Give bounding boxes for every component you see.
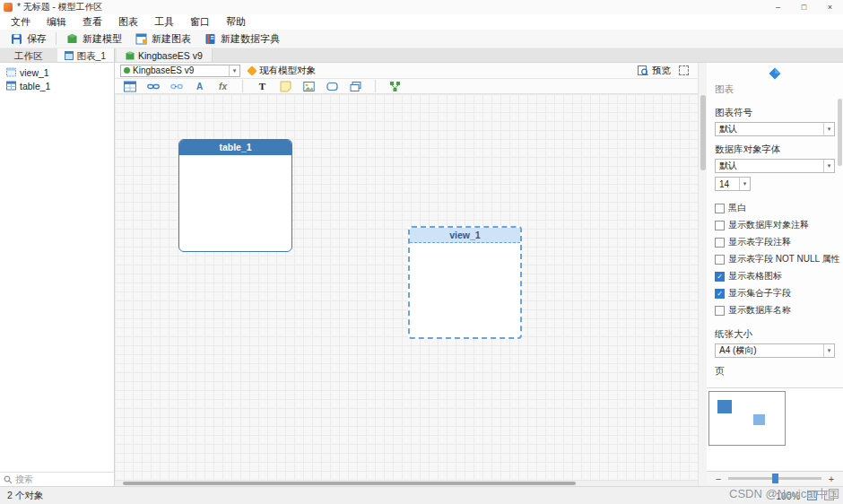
diagram-canvas[interactable]: table_1 view_1	[115, 94, 698, 480]
minimize-button[interactable]: –	[765, 0, 791, 14]
zoom-in-button[interactable]: +	[825, 473, 838, 485]
font-select[interactable]: 默认 ▾	[715, 159, 835, 173]
font-label: 数据库对象字体	[715, 143, 835, 156]
panel-scrollbar-thumb[interactable]	[838, 99, 842, 166]
layer-tool-icon[interactable]	[349, 80, 362, 93]
new-virtual-relation-tool-icon[interactable]	[169, 80, 183, 93]
status-bar: 2 个对象 100%	[0, 486, 843, 504]
marquee-select-icon[interactable]	[679, 65, 689, 75]
field-tool-icon[interactable]: A	[193, 80, 206, 93]
tree-item-view-1[interactable]: view_1	[0, 65, 114, 79]
paper-size-select[interactable]: A4 (横向) ▾	[715, 343, 835, 358]
minimap-table-1	[717, 400, 732, 413]
search-icon	[4, 475, 13, 484]
menu-edit[interactable]: 编辑	[39, 14, 74, 30]
checkbox-show-not-null[interactable]: 显示表字段 NOT NULL 属性	[715, 253, 835, 265]
chevron-down-icon: ▾	[229, 65, 239, 76]
image-tool-icon[interactable]	[302, 80, 316, 93]
preview-button[interactable]: 预览	[638, 65, 671, 77]
symbol-select-value: 默认	[719, 123, 737, 135]
page-label: 页	[715, 365, 835, 378]
diagram-properties-icon	[769, 67, 781, 82]
paper-size-label: 纸张大小	[715, 328, 835, 341]
close-button[interactable]: ×	[817, 0, 843, 14]
tab-kingbase-document[interactable]: KingbaseES v9	[117, 48, 213, 62]
existing-model-objects-label: 现有模型对象	[259, 65, 316, 77]
tree-item-table-1[interactable]: table_1	[0, 79, 114, 92]
checkbox-show-table-icons[interactable]: ✓ 显示表格图标	[715, 270, 835, 282]
auto-layout-tool-icon[interactable]	[388, 80, 402, 93]
vertical-scrollbar-thumb[interactable]	[700, 95, 706, 170]
paper-size-value: A4 (横向)	[719, 344, 757, 357]
new-diagram-icon	[135, 32, 148, 46]
menu-tools[interactable]: 工具	[146, 14, 182, 30]
main-toolbar: 保存 新建模型 新建图表 新建数据字典	[0, 30, 843, 48]
database-select[interactable]: KingbaseES v9 ▾	[120, 65, 240, 77]
font-size-value: 14	[719, 179, 729, 189]
tab-diagram-1[interactable]: 图表_1	[57, 48, 115, 62]
explorer-panel: view_1 table_1	[0, 63, 115, 486]
shape-tool-icon[interactable]	[326, 80, 339, 93]
title-bar: * 无标题 - 模型工作区 – □ ×	[0, 0, 843, 14]
note-tool-icon[interactable]	[279, 80, 292, 93]
new-relation-tool-icon[interactable]	[146, 80, 160, 93]
checkbox-icon[interactable]: ✓	[715, 289, 725, 299]
search-input[interactable]	[15, 474, 110, 484]
checkbox-icon[interactable]: ✓	[715, 272, 725, 282]
new-data-dictionary-button[interactable]: 新建数据字典	[197, 30, 286, 48]
diagram-main: KingbaseES v9 ▾ 现有模型对象 预览	[115, 63, 698, 486]
minimap-view-1	[753, 414, 765, 425]
new-model-label: 新建模型	[83, 32, 122, 46]
toolbar-separator	[242, 80, 243, 92]
checkbox-show-database-name[interactable]: 显示数据库名称	[715, 304, 835, 317]
checkbox-icon[interactable]	[715, 221, 725, 230]
horizontal-scrollbar-thumb[interactable]	[123, 482, 576, 485]
checkbox-show-field-comments[interactable]: 显示表字段注释	[715, 236, 835, 248]
menu-help[interactable]: 帮助	[218, 14, 254, 30]
checkbox-icon[interactable]	[715, 306, 725, 316]
new-diagram-button[interactable]: 新建图表	[128, 30, 197, 48]
font-size-select[interactable]: 14 ▾	[715, 177, 751, 191]
database-select-value: KingbaseES v9	[133, 65, 194, 75]
properties-title: 图表	[715, 83, 843, 96]
menu-diagram[interactable]: 图表	[110, 14, 146, 30]
vertical-scrollbar[interactable]	[698, 63, 707, 486]
symbol-select[interactable]: 默认 ▾	[715, 122, 835, 136]
menu-view[interactable]: 查看	[74, 14, 110, 30]
horizontal-scrollbar[interactable]	[115, 480, 698, 486]
zoom-out-button[interactable]: −	[712, 473, 725, 485]
checkbox-show-object-comments[interactable]: 显示数据库对象注释	[715, 219, 835, 231]
checkbox-icon[interactable]	[715, 238, 725, 248]
text-tool-icon[interactable]: T	[256, 80, 269, 93]
existing-model-objects-button[interactable]: 现有模型对象	[248, 65, 316, 77]
entity-table-1[interactable]: table_1	[178, 139, 292, 252]
new-diagram-label: 新建图表	[152, 32, 191, 46]
menu-window[interactable]: 窗口	[182, 14, 218, 30]
new-data-dictionary-label: 新建数据字典	[221, 32, 280, 46]
save-button[interactable]: 保存	[4, 30, 53, 48]
new-table-tool-icon[interactable]	[123, 80, 136, 93]
checkbox-icon[interactable]	[715, 255, 725, 265]
csdn-watermark: CSDN @Navicat中国	[729, 486, 839, 502]
chevron-down-icon: ▾	[823, 160, 834, 172]
display-options: 黑白 显示数据库对象注释 显示表字段注释 显示表字段 NOT NULL 属性 ✓…	[715, 202, 835, 321]
tab-workspace[interactable]: 工作区	[0, 48, 57, 62]
chevron-down-icon: ▾	[823, 344, 834, 357]
new-model-button[interactable]: 新建模型	[59, 30, 128, 48]
zoom-slider[interactable]	[728, 477, 821, 480]
preview-icon	[638, 65, 648, 75]
diagram-tab-icon	[65, 51, 74, 60]
checkbox-icon[interactable]	[715, 204, 725, 213]
menu-file[interactable]: 文件	[3, 14, 39, 30]
zoom-slider-thumb[interactable]	[772, 474, 778, 483]
model-doc-icon	[126, 51, 135, 60]
checkbox-show-collection-subfields[interactable]: ✓ 显示集合子字段	[715, 287, 835, 300]
maximize-button[interactable]: □	[791, 0, 817, 14]
table-icon	[6, 81, 16, 91]
search-box	[0, 472, 114, 486]
entity-view-1[interactable]: view_1	[408, 226, 522, 339]
app-logo-icon	[4, 3, 13, 12]
new-model-icon	[65, 32, 79, 46]
function-tool-icon[interactable]: fx	[216, 80, 230, 93]
checkbox-black-white[interactable]: 黑白	[715, 202, 835, 214]
